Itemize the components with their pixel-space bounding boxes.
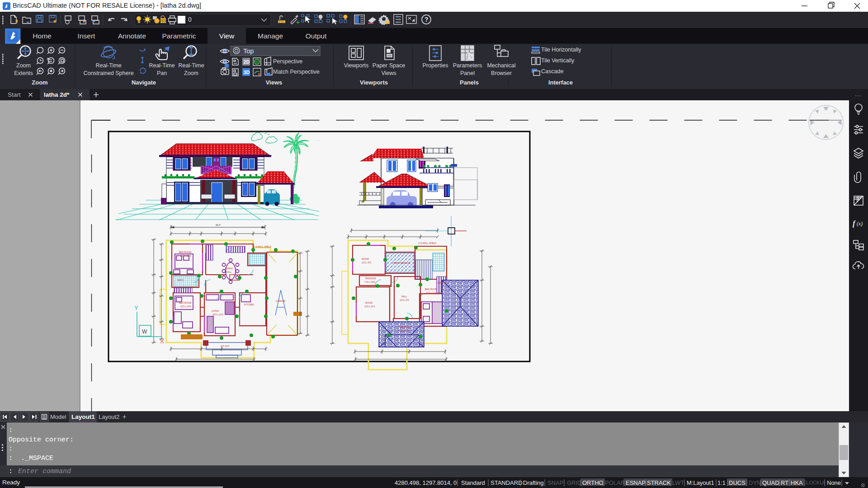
svg-text:X: X: [160, 338, 164, 345]
svg-text:LIVING: LIVING: [212, 310, 219, 312]
svg-text:11'0 x 9'0: 11'0 x 9'0: [362, 261, 371, 264]
svg-text:GARAGE: GARAGE: [276, 300, 286, 302]
svg-text:2D: 2D: [244, 59, 250, 65]
svg-text:7'10 x 16'0: 7'10 x 16'0: [364, 281, 375, 283]
svg-text:BED ROOM: BED ROOM: [425, 288, 437, 291]
svg-text:ROOM: ROOM: [365, 301, 373, 304]
svg-text:?: ?: [425, 16, 429, 23]
svg-text:3D: 3D: [244, 70, 250, 75]
svg-text:0: 0: [188, 16, 192, 23]
svg-text:ROOM: ROOM: [362, 258, 369, 260]
svg-text:BED ROOM: BED ROOM: [179, 251, 191, 253]
svg-text:16'0 x 12'0: 16'0 x 12'0: [212, 313, 223, 316]
svg-text:SIT OUT: SIT OUT: [221, 345, 230, 347]
svg-text:BALCONY: BALCONY: [400, 326, 411, 328]
svg-text:W: W: [142, 328, 147, 335]
svg-text:11'0 x 9'0: 11'0 x 9'0: [400, 299, 409, 301]
svg-text:PASSAGE: PASSAGE: [365, 277, 376, 280]
svg-text:OPEN TERRACE: OPEN TERRACE: [392, 262, 410, 264]
svg-text:HALL: HALL: [226, 271, 232, 273]
svg-text:BED ROOM: BED ROOM: [179, 301, 191, 304]
svg-text:11'0 x 3'0: 11'0 x 3'0: [400, 329, 409, 332]
svg-text:(x): (x): [857, 221, 863, 227]
svg-text:DRESS: DRESS: [438, 282, 446, 284]
svg-text:KITCHEN: KITCHEN: [244, 303, 254, 306]
svg-text:2'-6 WALL SHELF: 2'-6 WALL SHELF: [418, 242, 436, 244]
svg-text:DINING: DINING: [225, 267, 233, 270]
svg-text:Top: Top: [243, 47, 254, 55]
svg-text:fx: fx: [466, 52, 473, 61]
svg-text:12'0 x 14'0: 12'0 x 14'0: [180, 305, 191, 308]
svg-text:46'-0": 46'-0": [216, 224, 221, 226]
svg-text:BATH: BATH: [178, 279, 184, 282]
svg-text:2'-6 WALL SHELF: 2'-6 WALL SHELF: [253, 245, 271, 248]
svg-text:11'0 x 11'0: 11'0 x 11'0: [364, 305, 375, 308]
svg-text:11'0 x 11'0: 11'0 x 11'0: [426, 291, 436, 294]
svg-text:Y: Y: [134, 305, 138, 311]
svg-text:14'0 x 12'0: 14'0 x 12'0: [180, 254, 191, 257]
svg-text:HALL: HALL: [401, 295, 407, 298]
